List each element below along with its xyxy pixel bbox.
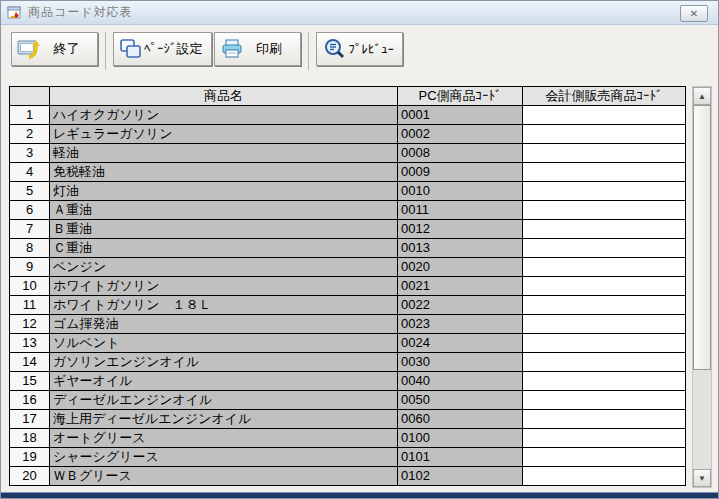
scroll-up-icon: ▲ [698,92,706,101]
scrollbar-thumb[interactable] [693,105,711,370]
product-name-cell: Ａ重油 [50,201,398,220]
product-name-cell: ゴム揮発油 [50,315,398,334]
row-number-cell[interactable]: 18 [10,429,50,448]
pc-code-cell: 0023 [398,315,523,334]
acc-code-cell[interactable] [523,239,686,258]
row-number-cell[interactable]: 1 [10,106,50,125]
acc-code-cell[interactable] [523,391,686,410]
product-code-table: 商品名 PC側商品ｺｰﾄﾞ 会計側販売商品ｺｰﾄﾞ 1ハイオクガソリン00012… [9,86,686,486]
row-number-cell[interactable]: 5 [10,182,50,201]
row-number-cell[interactable]: 4 [10,163,50,182]
acc-code-cell[interactable] [523,467,686,486]
row-number-cell[interactable]: 3 [10,144,50,163]
pc-code-cell: 0001 [398,106,523,125]
table-row: 18オートグリース0100 [10,429,686,448]
product-name-cell: 海上用ディーゼルエンジンオイル [50,410,398,429]
acc-code-cell[interactable] [523,258,686,277]
row-number-cell[interactable]: 10 [10,277,50,296]
table-row: 12ゴム揮発油0023 [10,315,686,334]
row-number-cell[interactable]: 20 [10,467,50,486]
app-window: 商品コード対応表 ✕ 終了 ﾍﾟｰｼﾞ設定 [0,0,719,499]
product-name-cell: ホワイトガソリン [50,277,398,296]
exit-button[interactable]: 終了 [11,32,98,66]
acc-code-cell[interactable] [523,201,686,220]
table-body: 1ハイオクガソリン00012レギュラーガソリン00023軽油00084免税軽油0… [10,106,686,486]
preview-icon [321,37,349,61]
acc-code-cell[interactable] [523,296,686,315]
product-name-cell: オートグリース [50,429,398,448]
col-header-acc-code: 会計側販売商品ｺｰﾄﾞ [523,87,686,106]
page-setup-icon [118,37,144,61]
preview-button[interactable]: ﾌﾟﾚﾋﾞｭｰ [316,32,404,66]
product-name-cell: ソルベント [50,334,398,353]
product-name-cell: Ｂ重油 [50,220,398,239]
product-name-cell: ベンジン [50,258,398,277]
row-number-cell[interactable]: 17 [10,410,50,429]
pc-code-cell: 0060 [398,410,523,429]
product-name-cell: 軽油 [50,144,398,163]
table-row: 11ホワイトガソリン １８Ｌ0022 [10,296,686,315]
acc-code-cell[interactable] [523,372,686,391]
exit-icon [16,37,44,61]
acc-code-cell[interactable] [523,353,686,372]
row-number-cell[interactable]: 12 [10,315,50,334]
product-name-cell: ディーゼルエンジンオイル [50,391,398,410]
acc-code-cell[interactable] [523,429,686,448]
row-number-cell[interactable]: 9 [10,258,50,277]
vertical-scrollbar[interactable]: ▲ ▼ [692,86,712,488]
pc-code-cell: 0030 [398,353,523,372]
preview-button-label: ﾌﾟﾚﾋﾞｭｰ [349,42,395,57]
print-button[interactable]: 印刷 [214,32,301,66]
row-number-cell[interactable]: 2 [10,125,50,144]
row-number-cell[interactable]: 19 [10,448,50,467]
app-icon [7,6,22,20]
col-header-product-name: 商品名 [50,87,398,106]
product-name-cell: レギュラーガソリン [50,125,398,144]
pc-code-cell: 0009 [398,163,523,182]
pc-code-cell: 0040 [398,372,523,391]
table-row: 13ソルベント0024 [10,334,686,353]
close-button[interactable]: ✕ [680,5,708,22]
acc-code-cell[interactable] [523,125,686,144]
pc-code-cell: 0002 [398,125,523,144]
acc-code-cell[interactable] [523,163,686,182]
pc-code-cell: 0102 [398,467,523,486]
table-row: 1ハイオクガソリン0001 [10,106,686,125]
table-row: 10ホワイトガソリン0021 [10,277,686,296]
table-row: 19シャーシグリース0101 [10,448,686,467]
acc-code-cell[interactable] [523,220,686,239]
exit-button-label: 終了 [44,40,89,58]
row-number-cell[interactable]: 8 [10,239,50,258]
row-number-cell[interactable]: 16 [10,391,50,410]
row-number-cell[interactable]: 11 [10,296,50,315]
title-bar[interactable]: 商品コード対応表 ✕ [1,1,718,25]
scroll-down-button[interactable]: ▼ [693,469,711,487]
row-number-cell[interactable]: 6 [10,201,50,220]
pc-code-cell: 0020 [398,258,523,277]
acc-code-cell[interactable] [523,448,686,467]
row-number-cell[interactable]: 14 [10,353,50,372]
acc-code-cell[interactable] [523,334,686,353]
table-row: 6Ａ重油0011 [10,201,686,220]
pc-code-cell: 0101 [398,448,523,467]
toolbar: 終了 ﾍﾟｰｼﾞ設定 印刷 [1,26,718,86]
table-row: 14ガソリンエンジンオイル0030 [10,353,686,372]
acc-code-cell[interactable] [523,106,686,125]
col-header-pc-code: PC側商品ｺｰﾄﾞ [398,87,523,106]
table-row: 8Ｃ重油0013 [10,239,686,258]
table-row: 17海上用ディーゼルエンジンオイル0060 [10,410,686,429]
acc-code-cell[interactable] [523,144,686,163]
acc-code-cell[interactable] [523,277,686,296]
col-header-row-number [10,87,50,106]
page-setup-button-label: ﾍﾟｰｼﾞ設定 [144,40,203,58]
acc-code-cell[interactable] [523,315,686,334]
acc-code-cell[interactable] [523,410,686,429]
row-number-cell[interactable]: 13 [10,334,50,353]
toolbar-separator [308,32,309,70]
scroll-up-button[interactable]: ▲ [693,87,711,105]
row-number-cell[interactable]: 15 [10,372,50,391]
page-setup-button[interactable]: ﾍﾟｰｼﾞ設定 [113,32,212,66]
print-icon [219,37,247,61]
row-number-cell[interactable]: 7 [10,220,50,239]
acc-code-cell[interactable] [523,182,686,201]
